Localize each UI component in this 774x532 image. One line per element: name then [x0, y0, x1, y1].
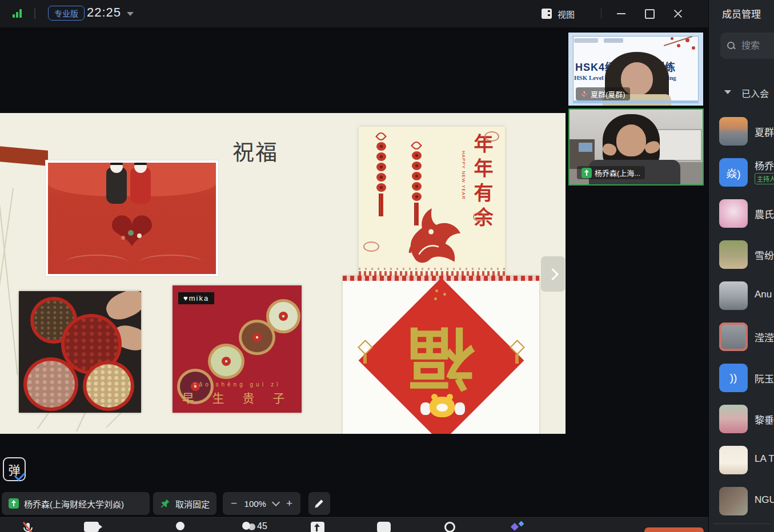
tassel-decoration — [363, 354, 367, 364]
search-box[interactable] — [720, 33, 774, 59]
plant-decoration — [0, 188, 14, 335]
participants-button[interactable] — [242, 522, 250, 530]
video-thumbnail-yangqiaosen[interactable]: 杨乔森(上海... — [568, 108, 704, 186]
search-icon — [727, 42, 735, 50]
member-name: 農氏 — [755, 207, 774, 221]
longan-bowl — [23, 357, 78, 411]
divider — [713, 523, 770, 524]
maximize-button[interactable] — [641, 6, 658, 22]
annotate-button[interactable] — [308, 492, 330, 515]
zoom-out-button[interactable]: − — [231, 497, 237, 510]
decoration — [121, 236, 125, 240]
divider — [34, 8, 35, 19]
cloud-decoration — [484, 131, 499, 142]
decoration — [434, 297, 437, 300]
close-button[interactable] — [669, 6, 687, 22]
member-row[interactable]: 黎垂 — [709, 405, 774, 433]
danmaku-toggle-button[interactable]: 弹 — [1, 456, 26, 483]
member-row[interactable]: )) 阮玉 — [709, 364, 774, 392]
meeting-app-window: 专业版 22:25 视图 祝福 ❤ — [0, 0, 774, 532]
groom-doll — [106, 167, 127, 204]
security-button[interactable] — [176, 522, 185, 530]
member-name: NGU — [755, 494, 774, 506]
panel-title: 成员管理 — [722, 6, 761, 21]
mika-brand-label: ♥mika — [178, 292, 214, 304]
decoration — [435, 289, 438, 292]
chevron-down-icon[interactable] — [127, 12, 134, 16]
avatar — [719, 240, 748, 269]
next-page-button[interactable] — [541, 256, 565, 292]
joined-section-header[interactable]: 已入会 — [709, 86, 774, 99]
avatar — [719, 117, 748, 146]
member-name: 雪纷 — [755, 248, 774, 262]
pro-plan-badge: 专业版 — [48, 6, 85, 21]
camera-button[interactable] — [84, 522, 99, 532]
pencil-icon — [314, 498, 325, 509]
ai-assistant-button[interactable] — [511, 522, 526, 532]
share-screen-button[interactable] — [311, 522, 324, 532]
member-row[interactable]: 雪纷 — [709, 240, 774, 269]
avatar: 焱) — [719, 158, 748, 187]
member-row[interactable]: NGU — [709, 487, 774, 515]
avatar: )) — [719, 364, 748, 392]
record-button[interactable] — [444, 522, 455, 532]
nut-bowls-photo — [19, 291, 141, 413]
member-name: 黎垂 — [755, 412, 774, 426]
cartoon-figure — [455, 402, 465, 415]
wedding-bed-photo: ❤ — [46, 160, 218, 276]
zoom-in-button[interactable]: + — [286, 497, 292, 510]
screen-sharing-icon — [9, 498, 19, 509]
end-meeting-button[interactable] — [644, 527, 704, 532]
chevron-right-icon — [547, 268, 559, 280]
peanuts-bowl — [83, 361, 134, 411]
mic-muted-icon — [580, 90, 588, 98]
meeting-timer: 22:25 — [87, 5, 121, 20]
participant-face — [616, 124, 646, 156]
member-name: 阮玉 — [755, 371, 774, 385]
view-label: 视图 — [558, 8, 575, 20]
avatar-initials: )) — [719, 364, 748, 392]
tassel-decoration — [515, 354, 519, 364]
danmaku-label: 弹 — [3, 457, 26, 481]
member-row[interactable]: 滢滢 — [709, 323, 774, 351]
decoration — [137, 233, 142, 238]
meeting-toolbar: 45 — [0, 517, 708, 532]
top-bar: 专业版 22:25 视图 — [0, 0, 708, 27]
chat-button[interactable] — [377, 522, 391, 532]
view-layout-button[interactable]: 视图 — [542, 6, 575, 22]
member-row[interactable]: 焱) 杨乔 主持人 — [709, 158, 774, 187]
member-row[interactable]: 農氏 — [709, 199, 774, 228]
wave-decoration — [359, 268, 505, 270]
fu-character-image: 福 — [343, 276, 539, 434]
presenter-label-button[interactable]: 杨乔森(上海财经大学刘焱) — [2, 492, 150, 515]
avatar — [719, 199, 748, 228]
unpin-button[interactable]: 取消固定 — [153, 492, 216, 515]
mic-muted-button[interactable] — [21, 522, 35, 532]
participant-name-chip: 杨乔森(上海... — [577, 166, 645, 179]
member-management-panel: 成员管理 已入会 夏群 焱) 杨乔 主持人 農氏 — [708, 0, 774, 532]
participant-count[interactable]: 45 — [257, 521, 267, 531]
member-row[interactable]: LA T — [709, 446, 774, 474]
chevron-down-icon[interactable] — [272, 498, 280, 506]
zoom-level-value[interactable]: 100% — [244, 499, 266, 509]
layout-icon — [542, 9, 552, 19]
blue-object — [579, 143, 592, 152]
slide-title: 祝福 — [232, 135, 278, 166]
member-name: 滢滢 — [755, 330, 774, 344]
video-thumbnail-xiaqun[interactable]: HSK4级 训练 HSK Level IV ning 夏群(夏群) — [568, 33, 703, 106]
cloud-decoration — [473, 212, 486, 221]
avatar — [719, 323, 748, 351]
member-row[interactable]: Anu — [709, 281, 774, 310]
embroidery-decoration — [65, 255, 128, 271]
unpin-label: 取消固定 — [175, 498, 210, 510]
search-input[interactable] — [740, 40, 774, 51]
triangle-down-icon — [724, 90, 731, 94]
divider — [601, 8, 601, 19]
network-signal-icon — [13, 9, 22, 18]
firecracker-decoration — [374, 132, 388, 216]
avatar-initials: 焱) — [719, 158, 748, 187]
member-row[interactable]: 夏群 — [709, 117, 774, 146]
pin-icon — [160, 498, 170, 509]
member-list: 夏群 焱) 杨乔 主持人 農氏 雪纷 Anu 滢滢 — [709, 117, 774, 515]
minimize-button[interactable] — [612, 6, 629, 22]
